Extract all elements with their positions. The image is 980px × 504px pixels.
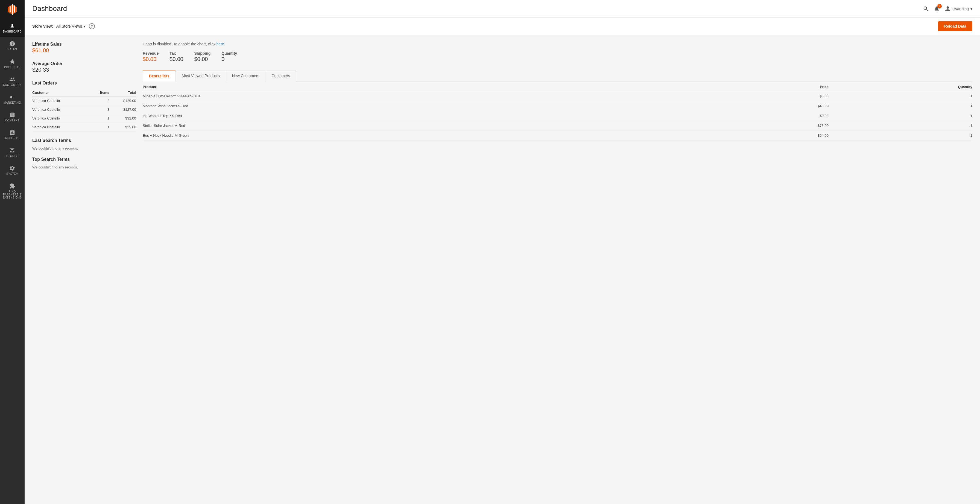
chart-notice-text-after: . — [224, 42, 225, 46]
lifetime-sales-value: $61.00 — [32, 47, 136, 54]
tax-value: $0.00 — [170, 56, 183, 62]
shipping-stat: Shipping $0.00 — [194, 51, 210, 62]
lifetime-sales-label: Lifetime Sales — [32, 42, 136, 47]
dashboard-grid: Lifetime Sales $61.00 Average Order $20.… — [32, 35, 972, 169]
order-total: $29.00 — [109, 123, 136, 132]
product-quantity: 1 — [829, 101, 972, 111]
sidebar-item-system[interactable]: SYSTEM — [0, 161, 25, 179]
product-quantity: 1 — [829, 131, 972, 140]
main-content: Dashboard 4 swarming ▾ — [25, 0, 980, 504]
top-search-terms-empty: We couldn't find any records. — [32, 165, 136, 169]
col-total: Total — [109, 89, 136, 97]
table-row: Veronica Costello 3 $127.00 — [32, 105, 136, 114]
page-header: Dashboard 4 swarming ▾ — [25, 0, 980, 18]
product-quantity: 1 — [829, 121, 972, 131]
store-view-label: Store View: — [32, 24, 53, 29]
product-name: Montana Wind Jacket-S-Red — [143, 101, 720, 111]
sidebar-item-products[interactable]: PRODUCTS — [0, 55, 25, 72]
user-menu-chevron: ▾ — [970, 6, 972, 11]
reports-icon — [9, 130, 15, 136]
user-name: swarming — [952, 6, 969, 11]
order-total: $32.00 — [109, 114, 136, 123]
tab-customers[interactable]: Customers — [265, 70, 296, 81]
sidebar-item-content[interactable]: CONTENT — [0, 108, 25, 126]
table-row: Iris Workout Top-XS-Red $0.00 1 — [143, 111, 972, 121]
table-row: Stellar Solar Jacket-M-Red $75.00 1 — [143, 121, 972, 131]
top-search-terms-section: Top Search Terms We couldn't find any re… — [32, 157, 136, 169]
system-icon — [9, 165, 15, 171]
last-search-terms-section: Last Search Terms We couldn't find any r… — [32, 138, 136, 150]
quantity-stat: Quantity 0 — [221, 51, 237, 62]
last-search-terms-title: Last Search Terms — [32, 138, 136, 143]
product-price: $75.00 — [720, 121, 829, 131]
table-row: Montana Wind Jacket-S-Red $49.00 1 — [143, 101, 972, 111]
product-name: Iris Workout Top-XS-Red — [143, 111, 720, 121]
table-row: Veronica Costello 2 $129.00 — [32, 97, 136, 105]
notifications-button[interactable]: 4 — [934, 6, 940, 12]
sidebar-logo — [0, 0, 25, 19]
top-search-terms-title: Top Search Terms — [32, 157, 136, 162]
sidebar-item-stores[interactable]: STORES — [0, 144, 25, 161]
sidebar-item-reports[interactable]: REPORTS — [0, 126, 25, 144]
order-items: 1 — [90, 123, 109, 132]
chart-notice-text-before: Chart is disabled. To enable the chart, … — [143, 42, 216, 46]
reload-data-button[interactable]: Reload Data — [938, 21, 972, 31]
revenue-stat: Revenue $0.00 — [143, 51, 159, 62]
revenue-label: Revenue — [143, 51, 159, 56]
right-panel: Chart is disabled. To enable the chart, … — [143, 42, 972, 169]
order-items: 3 — [90, 105, 109, 114]
customers-icon — [9, 76, 15, 82]
order-total: $127.00 — [109, 105, 136, 114]
shipping-label: Shipping — [194, 51, 210, 56]
products-col-price: Price — [720, 81, 829, 91]
product-name: Stellar Solar Jacket-M-Red — [143, 121, 720, 131]
help-icon[interactable]: ? — [89, 23, 95, 29]
tax-stat: Tax $0.00 — [170, 51, 183, 62]
table-row: Eos V-Neck Hoodie-M-Green $54.00 1 — [143, 131, 972, 140]
average-order-block: Average Order $20.33 — [32, 61, 136, 73]
product-price: $0.00 — [720, 91, 829, 101]
header-actions: 4 swarming ▾ — [923, 6, 972, 12]
content-icon — [9, 112, 15, 118]
tab-most-viewed[interactable]: Most Viewed Products — [175, 70, 226, 81]
average-order-label: Average Order — [32, 61, 136, 66]
product-tabs: Bestsellers Most Viewed Products New Cus… — [143, 70, 972, 81]
order-items: 1 — [90, 114, 109, 123]
tab-new-customers[interactable]: New Customers — [226, 70, 266, 81]
order-customer: Veronica Costello — [32, 123, 90, 132]
order-items: 2 — [90, 97, 109, 105]
extensions-icon — [9, 183, 15, 189]
user-menu-button[interactable]: swarming ▾ — [945, 6, 972, 12]
stores-icon — [9, 147, 15, 153]
products-col-quantity: Quantity — [829, 81, 972, 91]
sidebar-item-marketing[interactable]: MARKETING — [0, 90, 25, 108]
table-row: Veronica Costello 1 $29.00 — [32, 123, 136, 132]
order-customer: Veronica Costello — [32, 105, 90, 114]
store-view-selected: All Store Views — [56, 24, 82, 29]
sidebar-item-dashboard[interactable]: DASHBOARD — [0, 19, 25, 37]
last-orders-table: Customer Items Total Veronica Costello 2… — [32, 89, 136, 132]
chart-enable-link[interactable]: here — [216, 42, 224, 46]
quantity-value: 0 — [221, 56, 237, 62]
dashboard-icon — [9, 23, 15, 29]
magento-logo-icon — [6, 3, 18, 16]
tab-bestsellers[interactable]: Bestsellers — [143, 70, 176, 81]
left-panel: Lifetime Sales $61.00 Average Order $20.… — [32, 42, 136, 169]
quantity-label: Quantity — [221, 51, 237, 56]
notification-badge: 4 — [937, 4, 942, 8]
revenue-value: $0.00 — [143, 56, 159, 62]
stats-row: Revenue $0.00 Tax $0.00 Shipping $0.00 Q… — [143, 51, 972, 62]
page-content: Store View: All Store Views ▾ ? Reload D… — [25, 18, 980, 177]
product-price: $0.00 — [720, 111, 829, 121]
store-view-select[interactable]: All Store Views ▾ — [56, 24, 86, 29]
sidebar-item-customers[interactable]: CUSTOMERS — [0, 72, 25, 90]
sidebar-item-sales[interactable]: SALES — [0, 37, 25, 55]
sidebar-item-extensions[interactable]: FIND PARTNERS & EXTENSIONS — [0, 179, 25, 203]
table-row: Minerva LumaTech™ V-Tee-XS-Blue $0.00 1 — [143, 91, 972, 101]
average-order-value: $20.33 — [32, 67, 136, 73]
search-button[interactable] — [923, 6, 929, 12]
table-row: Veronica Costello 1 $32.00 — [32, 114, 136, 123]
last-orders-title: Last Orders — [32, 81, 136, 86]
col-items: Items — [90, 89, 109, 97]
page-title: Dashboard — [32, 4, 67, 13]
